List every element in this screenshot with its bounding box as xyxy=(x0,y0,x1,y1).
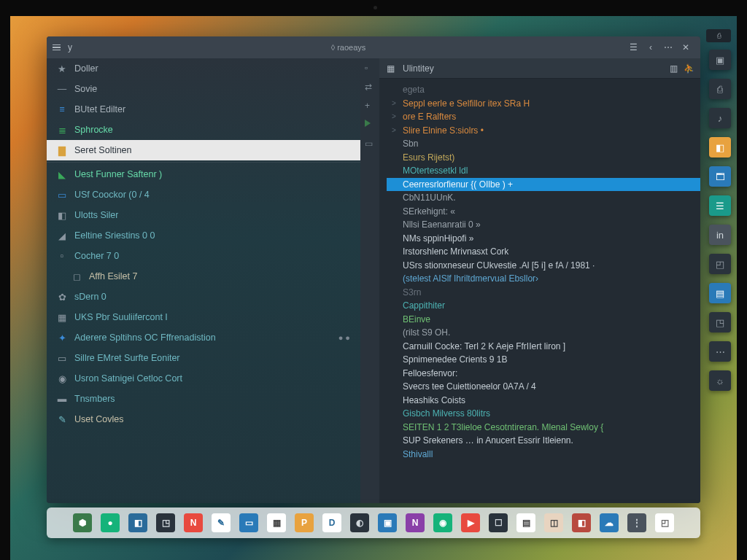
editor-line[interactable]: SUP Srekeners … in Anucert Essrir Itleie… xyxy=(387,434,700,448)
titlebar-menu-button[interactable]: ☰ xyxy=(624,40,642,55)
close-button[interactable]: ✕ xyxy=(677,40,694,55)
sidebar-item-12[interactable]: ✿sDern 0 xyxy=(47,287,360,307)
sidebar-item-18[interactable]: ✎Uset Covles xyxy=(47,409,360,429)
editor-line[interactable]: BEinve xyxy=(387,313,700,327)
desktop-widget-5[interactable]: ☰ xyxy=(709,195,731,216)
sidebar-item-15[interactable]: ▭Sillre EMret Surfte Eoniter xyxy=(47,348,360,368)
sidebar-item-2[interactable]: ≡BUtet Edilter xyxy=(47,99,360,120)
tab-grid-icon[interactable]: ▥ xyxy=(670,63,678,74)
taskbar-app-8[interactable]: P xyxy=(295,513,314,532)
sidebar-item-14[interactable]: ✦Aderere Spltihns OC Fffrenadistion● ● xyxy=(47,327,360,348)
sidebar-item-3[interactable]: ≣Sphrocke xyxy=(47,120,360,140)
editor-line[interactable]: >Seppl eerle e Selfillor itex SRa H xyxy=(387,97,700,111)
tab-title[interactable]: Ulintitey xyxy=(403,63,434,74)
taskbar-app-11[interactable]: ▣ xyxy=(378,513,397,532)
taskbar-app-13[interactable]: ◉ xyxy=(433,513,452,532)
taskbar-app-20[interactable]: ⋮ xyxy=(627,513,646,532)
gutter-doc-icon[interactable]: ▭ xyxy=(365,139,375,149)
hamburger-icon[interactable] xyxy=(53,44,61,51)
titlebar-min-button[interactable]: ‹ xyxy=(642,40,659,55)
desktop-widget-7[interactable]: ◰ xyxy=(709,254,731,274)
sidebar-item-4[interactable]: ▇Seret Soltinen xyxy=(47,140,360,160)
desktop-widget-10[interactable]: ⋯ xyxy=(709,341,731,362)
taskbar-app-12[interactable]: N xyxy=(406,513,425,532)
taskbar-app-9[interactable]: D xyxy=(322,513,341,532)
editor-content[interactable]: egeta >Seppl eerle e Selfillor itex SRa … xyxy=(379,79,700,503)
editor-line[interactable]: S3rn xyxy=(387,286,700,300)
taskbar-app-14[interactable]: ▶ xyxy=(461,513,480,532)
editor-line[interactable]: Irstorshlenc Mrivnasxt Cork xyxy=(387,245,700,259)
taskbar-app-17[interactable]: ◫ xyxy=(544,513,563,532)
sidebar-item-9[interactable]: ◢Eeltine Sriestins 0 0 xyxy=(47,225,360,246)
desktop-widget-8[interactable]: ▤ xyxy=(709,283,731,303)
taskbar-app-5[interactable]: ✎ xyxy=(212,513,231,532)
sidebar-item-6[interactable]: ◣Uest Funner Saftenr ) xyxy=(47,164,360,184)
desktop-widget-9[interactable]: ◳ xyxy=(709,312,731,332)
editor-line[interactable]: MOtertessetkl ldl xyxy=(387,164,700,178)
titlebar-dots-button[interactable]: ⋯ xyxy=(659,40,677,55)
taskbar-app-1[interactable]: ● xyxy=(101,513,120,532)
line-text: NMs sppinHipofi » xyxy=(403,232,473,246)
desktop-widget-0[interactable]: ▣ xyxy=(709,50,731,70)
gutter-page-icon[interactable]: ▫ xyxy=(365,63,375,73)
taskbar-app-7[interactable]: ▦ xyxy=(267,513,286,532)
taskbar-app-15[interactable]: ☐ xyxy=(489,513,508,532)
editor-line[interactable]: SEITEN 1 2 T3lieloe Cesotntireran. Mlena… xyxy=(387,421,700,435)
sidebar-item-17[interactable]: ▬Tnsmbers xyxy=(47,389,360,409)
taskbar-app-3[interactable]: ◳ xyxy=(156,513,175,532)
editor-line[interactable]: Carnuill Cocke: Terl 2 K Aeje FfrIIert l… xyxy=(387,340,700,354)
desktop-widget-3[interactable]: ◧ xyxy=(709,137,731,158)
editor-line[interactable]: >ore E Ralfters xyxy=(387,110,700,124)
taskbar-app-16[interactable]: ▤ xyxy=(516,513,535,532)
gutter-code-icon[interactable]: ⇄ xyxy=(365,82,375,92)
sidebar-item-11[interactable]: ◻Affh Esilet 7 xyxy=(47,266,360,287)
sidebar-item-16[interactable]: ◉Usron Satnigei Cetloc Cort xyxy=(47,368,360,389)
desktop-widget-6[interactable]: in xyxy=(709,225,731,245)
taskbar-app-0[interactable]: ⬢ xyxy=(73,513,92,532)
title-center: ◊ raoeays xyxy=(331,43,366,52)
editor-line[interactable]: Sthivalll xyxy=(387,448,700,462)
taskbar-app-6[interactable]: ▭ xyxy=(239,513,258,532)
sidebar-item-label: sDern 0 xyxy=(74,292,107,302)
doc-icon: ▫ xyxy=(57,251,67,261)
editor-line[interactable]: Sbn xyxy=(387,137,700,151)
sidebar-item-7[interactable]: ▭USf Coockor (0 / 4 xyxy=(47,184,360,205)
sidebar-item-10[interactable]: ▫Cocher 7 0 xyxy=(47,246,360,266)
gutter-play-icon[interactable] xyxy=(365,120,375,130)
editor-line[interactable]: (stelest AISlf Ihriltdmervual Ebsllor› xyxy=(387,272,700,286)
taskbar-app-21[interactable]: ◰ xyxy=(655,513,674,532)
sidebar-item-1[interactable]: —Sovie xyxy=(47,79,360,99)
editor-line[interactable]: >Slire Elnine S:siolrs • xyxy=(387,124,700,138)
taskbar-app-18[interactable]: ◧ xyxy=(572,513,591,532)
desktop-widget-1[interactable]: ⎙ xyxy=(709,79,731,99)
sidebar-item-0[interactable]: ★Doller xyxy=(47,58,360,79)
gutter-plus-icon[interactable]: + xyxy=(365,101,375,111)
taskbar-app-10[interactable]: ◐ xyxy=(350,513,369,532)
editor-line[interactable]: Svecrs tee Cuiettioneelor 0A7A / 4 xyxy=(387,380,700,394)
taskbar-app-19[interactable]: ☁ xyxy=(600,513,619,532)
editor-line[interactable]: SErkehignt: « xyxy=(387,205,700,219)
editor-line[interactable]: CbN11UUnK. xyxy=(387,191,700,205)
desktop-widget-2[interactable]: ♪ xyxy=(709,108,731,128)
editor-line[interactable]: Spnimenedee Crients 9 1B xyxy=(387,353,700,367)
editor-line[interactable]: Gisbch Milverss 80litrs xyxy=(387,407,700,421)
desktop-widget-4[interactable]: 🗔 xyxy=(709,166,731,187)
editor-line[interactable]: Nllsi Eaenanratii 0 » xyxy=(387,218,700,232)
desktop-widget-11[interactable]: ☼ xyxy=(709,370,731,391)
editor-line[interactable]: USrs stionxneseur CUkvestie .Al [5 i] e … xyxy=(387,259,700,273)
taskbar-app-2[interactable]: ◧ xyxy=(128,513,147,532)
line-text: Carnuill Cocke: Terl 2 K Aeje FfrIIert l… xyxy=(403,340,565,354)
editor-line[interactable]: Esurs Rijetst) xyxy=(387,151,700,165)
editor-line[interactable]: NMs sppinHipofi » xyxy=(387,232,700,246)
sidebar-item-13[interactable]: ▦UKS Pbr Suuliifercont I xyxy=(47,307,360,327)
editor-line[interactable]: Heashiks Coists xyxy=(387,394,700,408)
sidebar-item-8[interactable]: ◧Ulotts Siler xyxy=(47,205,360,225)
tab-person-icon[interactable]: ⛹ xyxy=(684,63,694,74)
sidebar-item-label: UKS Pbr Suuliifercont I xyxy=(74,312,168,322)
editor-line[interactable]: (rilst S9 OH. xyxy=(387,326,700,340)
editor-line[interactable]: Felloesfenvor: xyxy=(387,367,700,381)
editor-line[interactable]: Ceerresrlorfienur {( OIlbe ) + xyxy=(387,178,700,192)
taskbar-app-4[interactable]: N xyxy=(184,513,203,532)
editor-line[interactable]: Cappithiter xyxy=(387,299,700,313)
line-text: Spnimenedee Crients 9 1B xyxy=(403,353,507,367)
